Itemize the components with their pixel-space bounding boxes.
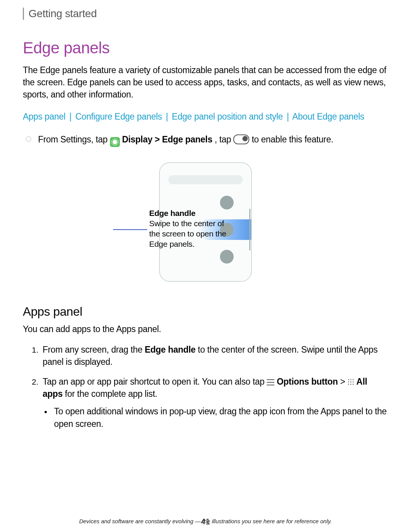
- instr-post: to enable this feature.: [252, 134, 333, 144]
- link-sep: |: [166, 112, 168, 121]
- breadcrumb: Getting started: [23, 8, 388, 20]
- link-sep: |: [287, 112, 289, 121]
- link-row: Apps panel | Configure Edge panels | Edg…: [23, 112, 388, 122]
- app-dot: [220, 196, 234, 209]
- step2-options: Options button: [274, 377, 338, 387]
- toggle-icon: [233, 134, 249, 144]
- allapps-icon: [347, 379, 354, 385]
- steps-list: From any screen, drag the Edge handle to…: [23, 343, 388, 430]
- subintro: You can add apps to the Apps panel.: [23, 324, 388, 334]
- link-configure[interactable]: Configure Edge panels: [75, 112, 162, 121]
- step2-post: for the complete app list.: [62, 389, 157, 399]
- edge-handle-bar: [249, 209, 250, 251]
- page-title: Edge panels: [23, 39, 388, 57]
- intro-text: The Edge panels feature a variety of cus…: [23, 64, 388, 101]
- link-about[interactable]: About Edge panels: [292, 112, 364, 121]
- step2-sub-item: To open additional windows in pop-up vie…: [52, 405, 388, 430]
- link-sep: |: [69, 112, 72, 121]
- options-icon: [267, 379, 274, 385]
- instr-display-edge: Display > Edge panels: [122, 134, 212, 144]
- step1-bold: Edge handle: [145, 345, 195, 355]
- step2-pre: Tap an app or app pair shortcut to open …: [43, 377, 267, 387]
- step-2: Tap an app or app pair shortcut to open …: [40, 375, 388, 430]
- subtitle: Apps panel: [23, 305, 388, 319]
- callout-title: Edge handle: [149, 208, 229, 218]
- step2-gt: >: [338, 377, 347, 387]
- callout-line: [113, 229, 147, 230]
- app-dot: [220, 250, 234, 264]
- instr-pre: From Settings, tap: [38, 134, 110, 144]
- instr-tap: , tap: [215, 134, 233, 144]
- link-position-style[interactable]: Edge panel position and style: [172, 112, 283, 121]
- callout-body: Swipe to the center of the screen to ope…: [149, 219, 226, 249]
- link-apps-panel[interactable]: Apps panel: [23, 112, 65, 121]
- step1-pre: From any screen, drag the: [43, 345, 145, 355]
- callout-text: Edge handle Swipe to the center of the s…: [149, 208, 229, 249]
- bullet-icon: [26, 136, 31, 142]
- step2-sublist: To open additional windows in pop-up vie…: [43, 405, 388, 430]
- page-number: 41: [0, 517, 411, 527]
- display-icon: [110, 137, 120, 147]
- instruction: From Settings, tap Display > Edge panels…: [23, 133, 388, 147]
- diagram: Edge handle Swipe to the center of the s…: [23, 162, 388, 282]
- phone-topbar: [168, 175, 243, 184]
- footer: Devices and software are constantly evol…: [0, 518, 411, 524]
- step-1: From any screen, drag the Edge handle to…: [40, 343, 388, 368]
